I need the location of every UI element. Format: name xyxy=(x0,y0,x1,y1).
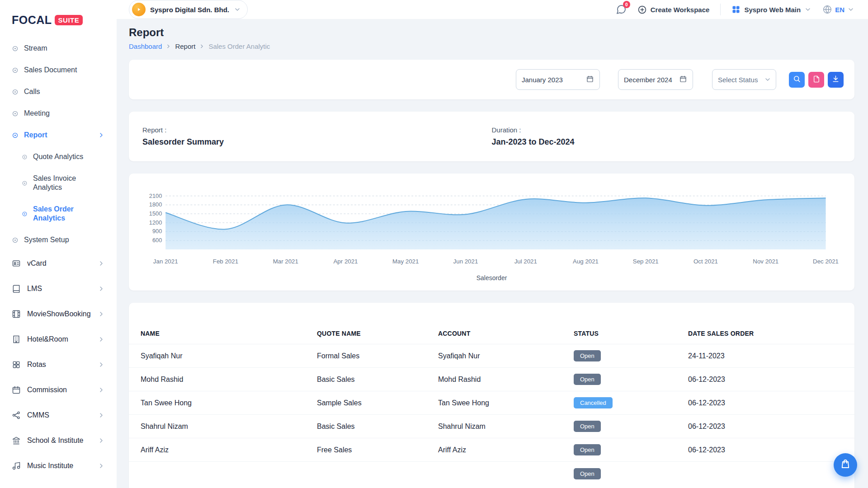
status-badge: Open xyxy=(574,374,601,385)
chat-badge: 0 xyxy=(623,1,630,8)
building-icon xyxy=(12,335,21,344)
svg-text:1500: 1500 xyxy=(149,210,162,217)
grid-icon xyxy=(12,360,21,369)
from-date-input[interactable]: January 2023 xyxy=(516,69,600,90)
sidebar-item-label: Hotel&Room xyxy=(27,335,68,343)
search-icon xyxy=(793,75,801,84)
school-icon xyxy=(12,436,21,445)
table-row[interactable]: Open xyxy=(129,462,854,485)
workspace-selector[interactable]: Syspro Digital Sdn. Bhd. xyxy=(129,0,248,19)
sales-order-area-chart: 6009001200150018002100Jan 2021Feb 2021Ma… xyxy=(140,187,844,272)
sidebar-item-rotas[interactable]: Rotas xyxy=(0,352,117,377)
app-selector-label: Syspro Web Main xyxy=(744,6,801,14)
sidebar-item-meeting[interactable]: Meeting xyxy=(0,103,117,124)
sales-order-chart-card: 6009001200150018002100Jan 2021Feb 2021Ma… xyxy=(129,174,854,291)
cell-name: Syafiqah Nur xyxy=(141,352,317,360)
report-summary-card: Report : Salesorder Summary Duration : J… xyxy=(129,112,854,161)
sidebar-item-report[interactable]: Report xyxy=(0,124,117,146)
status-badge: Cancelled xyxy=(574,397,613,408)
sidebar-item-label: MovieShowBooking xyxy=(27,310,91,318)
chevron-down-icon xyxy=(764,76,771,83)
chevron-right-icon xyxy=(199,43,205,49)
table-row[interactable]: Shahrul Nizam Basic Sales Shahrul Nizam … xyxy=(129,415,854,438)
chevron-right-icon xyxy=(98,310,105,318)
search-button[interactable] xyxy=(789,72,805,88)
cell-name: Mohd Rashid xyxy=(141,375,317,384)
to-date-value: December 2024 xyxy=(624,76,672,84)
breadcrumb-dashboard[interactable]: Dashboard xyxy=(129,42,162,50)
sidebar-item-hotel-room[interactable]: Hotel&Room xyxy=(0,327,117,352)
brand-badge: SUITE xyxy=(55,15,83,25)
sidebar-item-school-institute[interactable]: School & Institute xyxy=(0,428,117,453)
sidebar-item-music-institute[interactable]: Music Institute xyxy=(0,453,117,479)
workspace-name: Syspro Digital Sdn. Bhd. xyxy=(150,6,229,14)
duration-label: Duration : xyxy=(492,126,841,134)
sidebar-item-sales-invoice-analytics[interactable]: Sales Invoice Analytics xyxy=(0,168,117,198)
cell-date: 06-12-2023 xyxy=(688,422,843,431)
status-select[interactable]: Select Status xyxy=(712,69,776,90)
cell-date: 06-12-2023 xyxy=(688,399,843,407)
svg-text:May 2021: May 2021 xyxy=(392,258,419,265)
sidebar-item-vcard[interactable]: vCard xyxy=(0,251,117,276)
film-icon xyxy=(12,310,21,319)
bullet-icon xyxy=(12,110,19,117)
plus-circle-icon xyxy=(637,5,647,14)
duration-value: Jan-2023 to Dec-2024 xyxy=(492,137,841,147)
sidebar-item-quote-analytics[interactable]: Quote Analytics xyxy=(0,146,117,168)
svg-text:1800: 1800 xyxy=(149,201,162,208)
bullet-icon xyxy=(12,132,19,139)
breadcrumb-report[interactable]: Report xyxy=(175,42,195,50)
table-row[interactable]: Syafiqah Nur Formal Sales Syafiqah Nur O… xyxy=(129,344,854,368)
app-selector[interactable]: Syspro Web Main xyxy=(731,5,811,14)
sidebar-item-label: vCard xyxy=(27,259,47,267)
bullet-icon xyxy=(22,154,28,160)
bullet-icon xyxy=(22,211,28,217)
column-header-account: ACCOUNT xyxy=(438,330,574,337)
chevron-right-icon xyxy=(98,285,105,292)
chevron-right-icon xyxy=(98,131,105,139)
sidebar-item-movieshowbooking[interactable]: MovieShowBooking xyxy=(0,301,117,327)
workspace-logo-icon xyxy=(132,3,146,16)
sidebar-item-cmms[interactable]: CMMS xyxy=(0,403,117,428)
create-workspace-button[interactable]: Create Workspace xyxy=(637,5,710,14)
column-header-quote-name: QUOTE NAME xyxy=(317,330,438,337)
sidebar-item-sales-document[interactable]: Sales Document xyxy=(0,59,117,81)
cell-date: 24-11-2023 xyxy=(688,352,843,360)
report-label: Report : xyxy=(142,126,492,134)
language-selector[interactable]: EN xyxy=(822,5,854,14)
brand-logo[interactable]: FOCAL SUITE xyxy=(0,9,117,38)
sidebar-item-sales-order-analytics[interactable]: Sales Order Analytics xyxy=(0,198,117,229)
sidebar-item-label: School & Institute xyxy=(27,436,84,445)
sidebar-item-label: Calls xyxy=(24,87,40,96)
chevron-right-icon xyxy=(98,437,105,444)
cell-quote-name: Basic Sales xyxy=(317,422,438,431)
sidebar-item-system-setup[interactable]: System Setup xyxy=(0,229,117,251)
sidebar-item-label: Rotas xyxy=(27,361,46,369)
chevron-right-icon xyxy=(98,361,105,368)
file-export-button[interactable] xyxy=(808,72,824,88)
svg-text:Oct 2021: Oct 2021 xyxy=(693,258,718,265)
status-select-value: Select Status xyxy=(718,76,758,84)
to-date-input[interactable]: December 2024 xyxy=(618,69,693,90)
sidebar-item-calls[interactable]: Calls xyxy=(0,81,117,103)
cart-fab-button[interactable] xyxy=(834,453,857,477)
globe-icon xyxy=(822,5,832,14)
svg-text:900: 900 xyxy=(152,228,162,235)
column-header-status: STATUS xyxy=(574,330,688,337)
table-row[interactable]: Tan Swee Hong Sample Sales Tan Swee Hong… xyxy=(129,391,854,415)
sidebar-item-stream[interactable]: Stream xyxy=(0,38,117,59)
chevron-right-icon xyxy=(98,412,105,419)
status-badge: Open xyxy=(574,421,601,432)
table-header-row: NAME QUOTE NAME ACCOUNT STATUS DATE SALE… xyxy=(129,323,854,344)
chevron-right-icon xyxy=(98,462,105,469)
sidebar-item-commission[interactable]: Commission xyxy=(0,377,117,403)
sidebar-item-lms[interactable]: LMS xyxy=(0,276,117,301)
download-button[interactable] xyxy=(828,72,844,88)
svg-text:Apr 2021: Apr 2021 xyxy=(334,258,358,265)
svg-text:1200: 1200 xyxy=(149,219,162,226)
bullet-icon xyxy=(12,67,19,74)
page-head: Report Dashboard Report Sales Order Anal… xyxy=(117,19,868,50)
chat-button[interactable]: 0 xyxy=(616,4,627,15)
table-row[interactable]: Mohd Rashid Basic Sales Mohd Rashid Open… xyxy=(129,368,854,391)
table-row[interactable]: Ariff Aziz Free Sales Ariff Aziz Open 06… xyxy=(129,438,854,462)
